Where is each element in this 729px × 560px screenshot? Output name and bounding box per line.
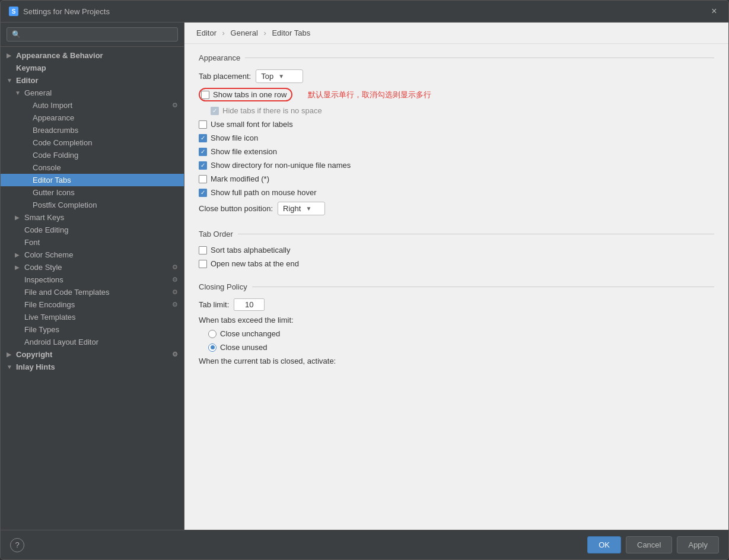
open-new-at-end-label: Open new tabs at the end — [211, 259, 299, 268]
sidebar-item-inspections[interactable]: Inspections ⚙ — [1, 273, 184, 286]
sidebar-item-postfix-completion[interactable]: Postfix Completion — [1, 199, 184, 211]
appearance-section-title: Appearance — [199, 53, 714, 62]
config-icon: ⚙ — [172, 276, 178, 284]
title-bar: S Settings for New Projects × — [1, 1, 728, 23]
tab-order-section-title: Tab Order — [199, 230, 714, 238]
arrow-icon: ▼ — [7, 77, 14, 84]
tab-placement-dropdown[interactable]: Top ▼ — [256, 69, 303, 83]
open-new-at-end-checkbox[interactable] — [199, 260, 207, 268]
appearance-section: Appearance Tab placement: Top ▼ Sho — [199, 53, 714, 215]
tab-limit-row: Tab limit: — [199, 298, 714, 311]
when-current-closed-row: When the current tab is closed, activate… — [199, 357, 714, 365]
arrow-icon: ▶ — [15, 252, 22, 258]
show-tabs-one-row-label: Show tabs in one row — [213, 90, 286, 99]
sidebar-item-label: Inspections — [24, 275, 63, 284]
sidebar-item-inlay-hints[interactable]: ▼ Inlay Hints — [1, 361, 184, 373]
sidebar-item-live-templates[interactable]: Live Templates — [1, 311, 184, 323]
sidebar-item-label: Code Editing — [24, 225, 68, 234]
mark-modified-row: Mark modified (*) — [199, 174, 714, 183]
close-button-position-dropdown[interactable]: Right ▼ — [278, 202, 325, 215]
open-new-at-end-row: Open new tabs at the end — [199, 259, 714, 268]
sidebar-item-editor-tabs[interactable]: Editor Tabs — [1, 174, 184, 186]
sidebar-item-code-editing[interactable]: Code Editing — [1, 224, 184, 236]
show-tabs-one-row-checkbox[interactable] — [201, 91, 209, 99]
close-button-position-label: Close button position: — [199, 204, 273, 213]
sidebar-item-file-code-templates[interactable]: File and Code Templates ⚙ — [1, 286, 184, 298]
config-icon: ⚙ — [172, 301, 178, 308]
tab-order-section: Tab Order Sort tabs alphabetically Open … — [199, 230, 714, 268]
sidebar-item-general[interactable]: ▼ General — [1, 87, 184, 99]
close-unchanged-radio[interactable] — [208, 330, 217, 338]
hide-tabs-label: Hide tabs if there is no space — [222, 106, 322, 115]
sort-alphabetically-label: Sort tabs alphabetically — [211, 246, 290, 254]
show-directory-row: Show directory for non-unique file names — [199, 161, 714, 170]
sidebar-item-appearance[interactable]: Appearance — [1, 112, 184, 124]
sidebar-item-breadcrumbs[interactable]: Breadcrumbs — [1, 124, 184, 136]
breadcrumb-part-editor-tabs: Editor Tabs — [272, 28, 310, 37]
sidebar-item-label: Gutter Icons — [33, 188, 75, 197]
close-unused-row: Close unused — [208, 343, 714, 352]
sidebar-item-label: Appearance & Behavior — [16, 51, 103, 60]
show-file-extension-row: Show file extension — [199, 147, 714, 156]
action-buttons: OK Cancel Apply — [587, 536, 719, 553]
show-file-icon-checkbox[interactable] — [199, 134, 207, 142]
cancel-button[interactable]: Cancel — [626, 536, 672, 553]
sidebar-item-label: General — [24, 88, 52, 97]
dialog-body: ▶ Appearance & Behavior Keymap ▼ Editor … — [1, 23, 728, 530]
close-button[interactable]: × — [708, 5, 720, 17]
show-tabs-highlight: Show tabs in one row — [199, 88, 292, 101]
use-small-font-checkbox[interactable] — [199, 120, 207, 129]
sidebar-item-editor[interactable]: ▼ Editor — [1, 74, 184, 87]
config-icon: ⚙ — [172, 101, 178, 109]
sidebar: ▶ Appearance & Behavior Keymap ▼ Editor … — [1, 23, 184, 530]
mark-modified-label: Mark modified (*) — [211, 174, 269, 183]
main-content: Appearance Tab placement: Top ▼ Sho — [184, 44, 728, 530]
sidebar-item-keymap[interactable]: Keymap — [1, 62, 184, 74]
close-button-position-value: Right — [283, 204, 301, 213]
sidebar-item-file-types[interactable]: File Types — [1, 323, 184, 336]
sidebar-item-label: Inlay Hints — [16, 362, 55, 371]
sidebar-item-code-completion[interactable]: Code Completion — [1, 136, 184, 149]
sort-alphabetically-checkbox[interactable] — [199, 246, 207, 254]
sidebar-item-label: Font — [24, 238, 40, 247]
hide-tabs-checkbox[interactable] — [211, 107, 219, 115]
sidebar-item-code-folding[interactable]: Code Folding — [1, 149, 184, 161]
sidebar-item-font[interactable]: Font — [1, 236, 184, 249]
sidebar-item-file-encodings[interactable]: File Encodings ⚙ — [1, 298, 184, 311]
sidebar-item-auto-import[interactable]: Auto Import ⚙ — [1, 99, 184, 112]
sidebar-item-android-layout-editor[interactable]: Android Layout Editor — [1, 336, 184, 348]
sidebar-item-label: Code Style — [24, 263, 62, 272]
mark-modified-checkbox[interactable] — [199, 175, 207, 183]
sidebar-item-copyright[interactable]: ▶ Copyright ⚙ — [1, 348, 184, 361]
sidebar-item-gutter-icons[interactable]: Gutter Icons — [1, 186, 184, 199]
arrow-icon: ▶ — [15, 264, 22, 271]
show-full-path-checkbox[interactable] — [199, 189, 207, 197]
tab-placement-row: Tab placement: Top ▼ — [199, 69, 714, 83]
search-input[interactable] — [7, 27, 178, 42]
closing-policy-section: Closing Policy Tab limit: When tabs exce… — [199, 282, 714, 365]
tab-limit-input[interactable] — [234, 298, 265, 311]
help-button[interactable]: ? — [10, 538, 24, 552]
sidebar-item-color-scheme[interactable]: ▶ Color Scheme — [1, 249, 184, 261]
sidebar-item-smart-keys[interactable]: ▶ Smart Keys — [1, 211, 184, 224]
sidebar-item-label: File Encodings — [24, 300, 75, 309]
title-bar-left: S Settings for New Projects — [9, 7, 110, 16]
show-directory-checkbox[interactable] — [199, 161, 207, 170]
sidebar-item-label: Console — [33, 163, 61, 172]
sidebar-item-label: Breadcrumbs — [33, 126, 78, 135]
sidebar-item-console[interactable]: Console — [1, 161, 184, 174]
ok-button[interactable]: OK — [587, 536, 621, 553]
config-icon: ⚙ — [172, 351, 178, 358]
sidebar-item-label: Editor Tabs — [33, 176, 71, 184]
arrow-icon: ▶ — [15, 214, 22, 221]
tab-placement-value: Top — [261, 72, 273, 81]
sidebar-item-appearance-behavior[interactable]: ▶ Appearance & Behavior — [1, 49, 184, 62]
sidebar-item-label: File and Code Templates — [24, 288, 110, 297]
show-file-extension-checkbox[interactable] — [199, 148, 207, 156]
sidebar-item-code-style[interactable]: ▶ Code Style ⚙ — [1, 261, 184, 273]
close-unused-radio[interactable] — [208, 343, 217, 352]
sidebar-item-label: Auto Import — [33, 101, 72, 110]
config-icon: ⚙ — [172, 263, 178, 271]
apply-button[interactable]: Apply — [677, 536, 719, 553]
sort-alphabetically-row: Sort tabs alphabetically — [199, 246, 714, 254]
